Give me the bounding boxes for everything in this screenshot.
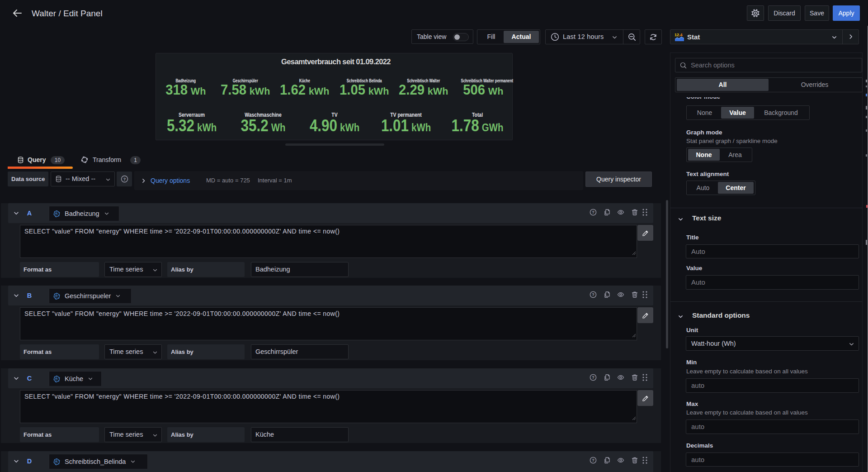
svg-text:?: ? [123, 176, 126, 181]
svg-text:12.4: 12.4 [675, 33, 683, 37]
svg-text:?: ? [592, 458, 594, 462]
svg-text:?: ? [592, 375, 594, 380]
svg-text:?: ? [592, 210, 594, 215]
svg-text:?: ? [592, 292, 594, 297]
